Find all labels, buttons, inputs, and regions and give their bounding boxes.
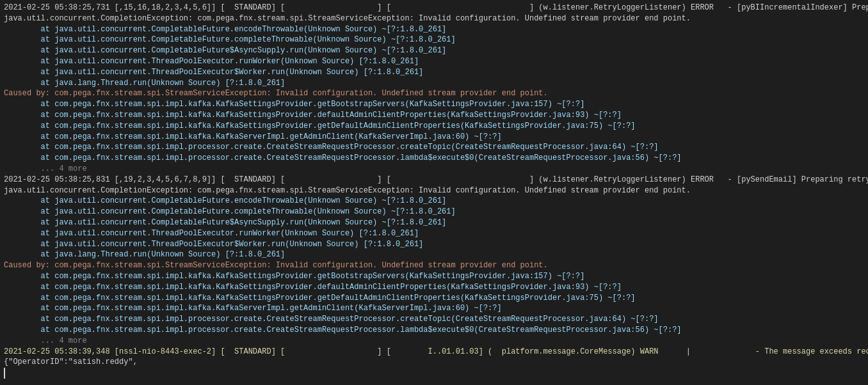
log-line: Caused by: com.pega.fnx.stream.spi.Strea… <box>4 260 864 271</box>
log-line: at com.pega.fnx.stream.spi.impl.kafka.Ka… <box>4 293 864 304</box>
log-line: at java.util.concurrent.CompletableFutur… <box>4 45 864 56</box>
log-line: at java.util.concurrent.CompletableFutur… <box>4 35 864 45</box>
log-viewer[interactable]: 2021-02-25 05:38:25,731 [,15,16,18,2,3,4… <box>0 0 868 381</box>
log-line: at com.pega.fnx.stream.spi.impl.kafka.Ka… <box>4 132 864 143</box>
log-line: at com.pega.fnx.stream.spi.impl.processo… <box>4 153 864 164</box>
log-line: at java.lang.Thread.run(Unknown Source) … <box>4 249 864 260</box>
log-line: at com.pega.fnx.stream.spi.impl.kafka.Ka… <box>4 99 864 110</box>
log-line: at java.util.concurrent.ThreadPoolExecut… <box>4 228 864 239</box>
log-line: at java.util.concurrent.ThreadPoolExecut… <box>4 56 864 67</box>
log-line: ... 4 more <box>4 336 864 347</box>
log-line: at com.pega.fnx.stream.spi.impl.processo… <box>4 314 864 325</box>
log-line: ... 4 more <box>4 164 864 175</box>
log-line: at java.util.concurrent.ThreadPoolExecut… <box>4 67 864 78</box>
log-line: at java.lang.Thread.run(Unknown Source) … <box>4 78 864 89</box>
log-line: at com.pega.fnx.stream.spi.impl.kafka.Ka… <box>4 282 864 293</box>
log-line: at java.util.concurrent.CompletableFutur… <box>4 207 864 217</box>
log-line: {"OperatorID":"satish.reddy", <box>4 357 864 368</box>
log-line: at com.pega.fnx.stream.spi.impl.processo… <box>4 142 864 153</box>
log-line: at java.util.concurrent.CompletableFutur… <box>4 24 864 35</box>
log-line: java.util.concurrent.CompletionException… <box>4 185 864 196</box>
log-line: at com.pega.fnx.stream.spi.impl.kafka.Ka… <box>4 303 864 314</box>
log-line: at java.util.concurrent.CompletableFutur… <box>4 217 864 228</box>
log-line: at java.util.concurrent.CompletableFutur… <box>4 196 864 207</box>
log-line: at com.pega.fnx.stream.spi.impl.kafka.Ka… <box>4 110 864 121</box>
log-line: 2021-02-25 05:38:39,348 [nssl-nio-8443-e… <box>4 347 864 358</box>
log-line: at com.pega.fnx.stream.spi.impl.kafka.Ka… <box>4 271 864 282</box>
log-line: at java.util.concurrent.ThreadPoolExecut… <box>4 239 864 250</box>
log-line: at com.pega.fnx.stream.spi.impl.kafka.Ka… <box>4 121 864 132</box>
log-line: java.util.concurrent.CompletionException… <box>4 13 864 24</box>
log-line: Caused by: com.pega.fnx.stream.spi.Strea… <box>4 88 864 99</box>
log-line: at com.pega.fnx.stream.spi.impl.processo… <box>4 325 864 336</box>
log-line: 2021-02-25 05:38:25,731 [,15,16,18,2,3,4… <box>4 3 864 13</box>
log-line: 2021-02-25 05:38:25,831 [,19,2,3,4,5,6,7… <box>4 175 864 185</box>
log-line <box>4 368 864 379</box>
